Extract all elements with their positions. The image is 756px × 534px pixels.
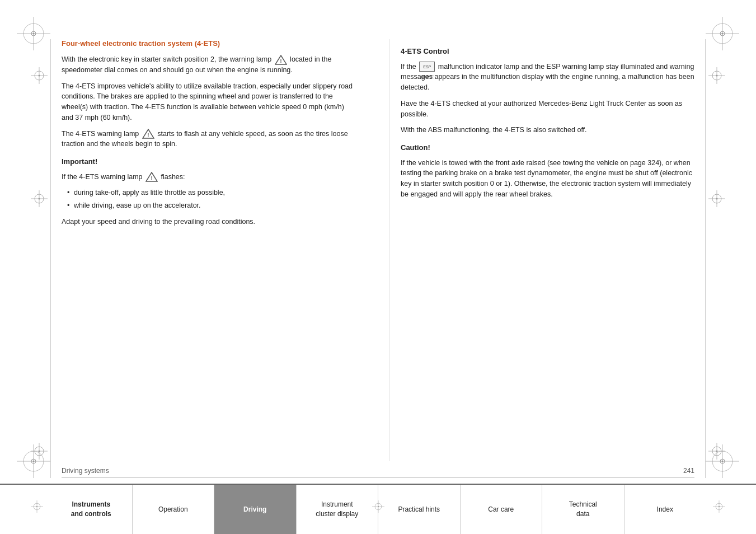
warning-icon-2: ! — [142, 129, 154, 139]
svg-point-4 — [33, 33, 35, 35]
page-number: 241 — [683, 467, 694, 475]
caution-para: If the vehicle is towed with the front a… — [401, 158, 694, 200]
bullet-item-2: while driving, ease up on the accelerato… — [67, 200, 355, 211]
right-border-line — [705, 39, 706, 478]
corner-decoration-br — [706, 444, 739, 478]
svg-point-17 — [716, 75, 718, 77]
nav-crosshair-left — [31, 500, 43, 514]
crosshair-right-top — [708, 67, 725, 86]
nav-item-car-care[interactable]: Car care — [461, 485, 543, 534]
nav-item-operation[interactable]: Operation — [133, 485, 215, 534]
last-paragraph: Adapt your speed and driving to the prev… — [62, 217, 355, 227]
para-1: With the electronic key in starter switc… — [62, 54, 355, 76]
important-title: Important! — [62, 156, 355, 167]
right-column: 4-ETS Control If the ESPBRAKE malfunctio… — [389, 39, 694, 461]
nav-crosshair-center — [372, 500, 384, 514]
nav-item-practical-hints[interactable]: Practical hints — [378, 485, 461, 534]
para-2: The 4-ETS improves vehicle's ability to … — [62, 81, 355, 123]
bullet-item-1: during take-off, apply as little throttl… — [67, 188, 355, 198]
nav-item-driving[interactable]: Driving — [214, 485, 297, 534]
svg-point-71 — [377, 506, 378, 507]
svg-text:!: ! — [147, 132, 149, 138]
svg-text:!: ! — [151, 175, 152, 181]
svg-point-63 — [36, 506, 37, 507]
svg-point-25 — [716, 198, 718, 200]
main-content: Four-wheel electronic traction system (4… — [62, 39, 694, 461]
corner-decoration-tl — [17, 17, 50, 50]
warning-icon-3: ! — [145, 172, 158, 182]
svg-point-49 — [722, 461, 724, 462]
left-column: Four-wheel electronic traction system (4… — [62, 39, 367, 461]
nav-crosshair-right — [713, 500, 725, 514]
corner-decoration-tr — [706, 17, 739, 50]
nav-item-index[interactable]: Index — [624, 485, 706, 534]
crosshair-right-mid — [708, 190, 725, 209]
page-info-line: Driving systems 241 — [62, 467, 694, 478]
page-section-label: Driving systems — [62, 467, 109, 475]
right-para-2: Have the 4-ETS checked at your authorize… — [401, 99, 694, 120]
svg-point-44 — [33, 461, 35, 462]
section1-title: 4-ETS Control — [401, 46, 694, 57]
nav-bar: Instruments and controls Operation Drivi… — [0, 484, 756, 534]
bullet-list: during take-off, apply as little throttl… — [62, 188, 355, 211]
caution-title: Caution! — [401, 142, 694, 153]
svg-point-21 — [39, 198, 40, 200]
right-para-1: If the ESPBRAKE malfunction indicator la… — [401, 62, 694, 93]
crosshair-left-mid — [31, 190, 48, 209]
right-para-3: With the ABS malfunctioning, the 4-ETS i… — [401, 125, 694, 135]
warning-icon-1: ! — [275, 55, 287, 65]
svg-text:!: ! — [280, 58, 281, 64]
svg-point-67 — [719, 506, 720, 507]
esp-malfunction-icon: ESPBRAKE — [419, 62, 435, 72]
svg-point-9 — [722, 33, 724, 35]
nav-item-instruments[interactable]: Instruments and controls — [50, 485, 133, 534]
section-title-4ets: Four-wheel electronic traction system (4… — [62, 39, 355, 48]
nav-item-instrument-cluster[interactable]: Instrument cluster display — [297, 485, 379, 534]
svg-point-13 — [39, 75, 40, 77]
left-border-line — [50, 39, 51, 478]
important-text: If the 4-ETS warning lamp ! flashes: — [62, 172, 355, 182]
nav-item-technical-data[interactable]: Technical data — [542, 485, 624, 534]
para-3: The 4-ETS warning lamp ! starts to flash… — [62, 129, 355, 150]
crosshair-left-top — [31, 67, 48, 86]
corner-decoration-bl — [17, 444, 50, 478]
